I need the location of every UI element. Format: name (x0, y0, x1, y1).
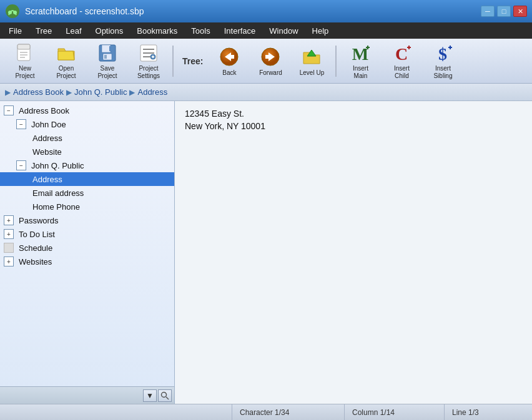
tree-item-website-jd[interactable]: Website (0, 145, 174, 159)
insert-child-button[interactable]: C InsertChild (382, 42, 421, 81)
tree-toggle-todo[interactable]: + (4, 229, 14, 239)
tree-item-address-jd[interactable]: Address (0, 131, 174, 145)
forward-icon (259, 46, 282, 68)
tree-label-email-jqp: Email address (32, 188, 84, 198)
menu-tree[interactable]: Tree (29, 24, 58, 37)
menu-interface[interactable]: Interface (218, 24, 262, 37)
svg-point-36 (162, 392, 167, 397)
open-project-icon (55, 42, 77, 64)
tree-toggle-john-q-public[interactable]: − (16, 160, 26, 170)
sidebar-scroll-down-button[interactable]: ▼ (143, 389, 157, 402)
tree-label-address-jd: Address (32, 134, 62, 143)
minimize-button[interactable]: ─ (481, 6, 495, 17)
forward-label: Forward (259, 69, 282, 76)
svg-line-37 (166, 397, 169, 399)
tree-scroll[interactable]: − Address Book − John Doe Address Websit… (0, 101, 174, 386)
svg-rect-9 (102, 45, 111, 52)
tree-item-passwords[interactable]: + Passwords (0, 213, 174, 227)
tree-label-address-jqp: Address (32, 175, 62, 184)
forward-button[interactable]: Forward (250, 42, 290, 81)
back-icon (218, 46, 240, 68)
save-project-button[interactable]: SaveProject (87, 42, 127, 81)
project-settings-button[interactable]: ProjectSettings (129, 42, 169, 81)
menu-tools[interactable]: Tools (185, 24, 216, 37)
toolbar-sep-2 (335, 46, 337, 77)
level-up-icon (300, 46, 323, 68)
insert-sibling-button[interactable]: $ InsertSibling (423, 42, 463, 81)
content-line-1: 12345 Easy St. (185, 109, 522, 119)
tree-item-john-q-public[interactable]: − John Q. Public (0, 159, 174, 172)
back-label: Back (222, 69, 236, 76)
new-project-label: NewProject (15, 65, 34, 80)
app-icon (5, 4, 20, 19)
menu-bookmarks[interactable]: Bookmarks (131, 24, 184, 37)
menu-file[interactable]: File (2, 24, 28, 37)
breadcrumb-arrow-1: ▶ (66, 88, 72, 97)
tree-item-john-doe[interactable]: − John Doe (0, 117, 174, 131)
breadcrumb: ▶ Address Book ▶ John Q. Public ▶ Addres… (0, 84, 532, 101)
new-project-icon (14, 42, 36, 64)
menu-leaf[interactable]: Leaf (59, 24, 87, 37)
tree-label-schedule: Schedule (19, 243, 52, 253)
menu-help[interactable]: Help (306, 24, 335, 37)
insert-main-button[interactable]: M InsertMain (340, 42, 380, 81)
tree-item-homephone-jqp[interactable]: Home Phone (0, 200, 174, 213)
menu-bar: File Tree Leaf Options Bookmarks Tools I… (0, 22, 532, 39)
insert-sibling-label: InsertSibling (433, 65, 452, 80)
level-up-button[interactable]: Level Up (292, 42, 332, 81)
tree-item-websites[interactable]: + Websites (0, 255, 174, 268)
tree-item-schedule[interactable]: Schedule (0, 241, 174, 255)
status-bar: Character 1/34 Column 1/14 Line 1/3 (0, 404, 532, 420)
open-project-button[interactable]: OpenProject (46, 42, 86, 81)
new-project-button[interactable]: NewProject (5, 42, 45, 81)
svg-rect-12 (109, 46, 111, 51)
status-character: Character 1/34 (232, 404, 345, 420)
svg-rect-11 (104, 55, 107, 59)
tree-label-john-q-public: John Q. Public (31, 161, 84, 170)
tree-item-email-jqp[interactable]: Email address (0, 186, 174, 200)
tree-toggle-passwords[interactable]: + (4, 215, 14, 225)
tree-item-address-book[interactable]: − Address Book (0, 104, 174, 117)
breadcrumb-arrow-2: ▶ (129, 88, 135, 97)
status-column: Column 1/14 (345, 404, 445, 420)
window-title: Scratchboard - screenshot.sbp (25, 6, 144, 16)
maximize-button[interactable]: □ (497, 6, 511, 17)
open-project-label: OpenProject (56, 65, 76, 80)
title-bar: Scratchboard - screenshot.sbp ─ □ ✕ (0, 0, 532, 22)
sidebar-search-button[interactable] (158, 389, 172, 402)
status-empty (0, 404, 232, 420)
tree-label-passwords: Passwords (19, 216, 59, 225)
insert-child-icon: C (390, 42, 413, 64)
insert-main-label: InsertMain (353, 65, 368, 80)
menu-options[interactable]: Options (89, 24, 130, 37)
insert-sibling-icon: $ (431, 42, 454, 64)
tree-item-address-jqp[interactable]: Address (0, 172, 174, 186)
window-controls: ─ □ ✕ (481, 6, 527, 17)
toolbar: NewProject OpenProject SaveProject (0, 39, 532, 84)
insert-main-icon: M (349, 42, 372, 64)
svg-rect-4 (17, 44, 30, 49)
breadcrumb-arrow-0: ▶ (5, 88, 11, 97)
project-settings-label: ProjectSettings (137, 65, 160, 80)
breadcrumb-address[interactable]: Address (137, 87, 167, 97)
content-area[interactable]: 12345 Easy St. New York, NY 10001 (175, 101, 532, 404)
back-button[interactable]: Back (209, 42, 249, 81)
tree-toggle-websites[interactable]: + (4, 256, 14, 266)
toolbar-sep-1 (172, 46, 174, 77)
sidebar-bottom: ▼ (0, 386, 174, 404)
breadcrumb-address-book[interactable]: Address Book (13, 87, 64, 97)
svg-rect-25 (265, 55, 269, 59)
menu-window[interactable]: Window (263, 24, 304, 37)
tree-label-john-doe: John Doe (31, 120, 66, 129)
breadcrumb-john-q-public[interactable]: John Q. Public (74, 87, 127, 97)
tree-label-address-book: Address Book (19, 106, 69, 115)
svg-point-1 (8, 11, 12, 14)
svg-text:C: C (395, 44, 408, 64)
tree-toggle-address-book[interactable]: − (4, 105, 14, 115)
tree-item-todo[interactable]: + To Do List (0, 227, 174, 241)
tree-toggle-schedule[interactable] (4, 243, 14, 253)
tree-toggle-john-doe[interactable]: − (16, 119, 26, 129)
svg-text:$: $ (438, 44, 447, 64)
sidebar: − Address Book − John Doe Address Websit… (0, 101, 175, 404)
close-button[interactable]: ✕ (513, 6, 527, 17)
